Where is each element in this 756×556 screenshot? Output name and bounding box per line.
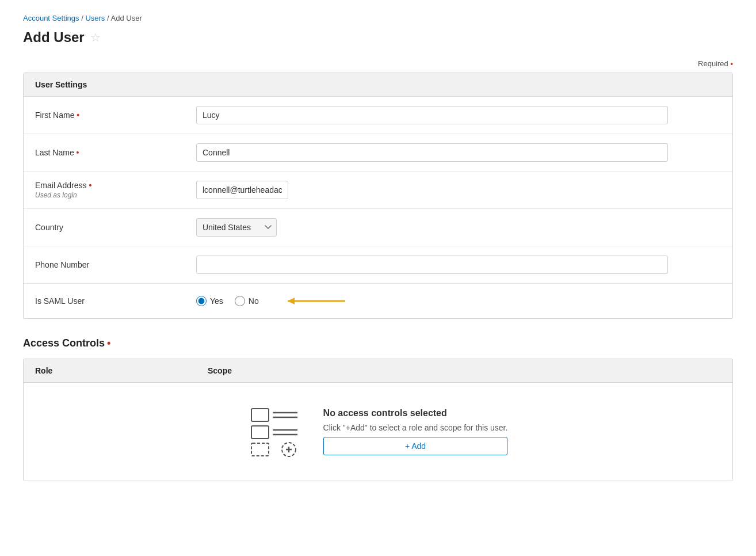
email-label: Email Address • Used as login [35, 181, 196, 199]
country-field: United States Canada United Kingdom Aust… [196, 218, 721, 237]
access-controls-title: Access Controls • [23, 337, 733, 349]
access-table-header: Role Scope [24, 359, 732, 383]
phone-field [196, 256, 721, 274]
access-controls-table: Role Scope [23, 359, 733, 481]
scope-column-header: Scope [208, 366, 721, 375]
phone-label: Phone Number [35, 260, 196, 269]
user-settings-header: User Settings [24, 73, 732, 97]
last-name-label: Last Name • [35, 148, 196, 157]
access-controls-title-text: Access Controls [23, 337, 105, 349]
country-label: Country [35, 223, 196, 232]
no-access-desc: Click "+Add" to select a role and scope … [323, 423, 508, 432]
first-name-label: First Name • [35, 111, 196, 120]
saml-label: Is SAML User [35, 296, 196, 306]
email-required-dot: • [89, 181, 91, 190]
access-controls-required-dot: • [107, 337, 110, 349]
required-note-text: Required [698, 59, 728, 68]
first-name-row: First Name • [24, 97, 732, 134]
last-name-field [196, 143, 721, 162]
role-column-header: Role [35, 366, 208, 375]
last-name-row: Last Name • [24, 134, 732, 172]
saml-no-text: No [249, 296, 259, 306]
saml-yes-label[interactable]: Yes [196, 296, 223, 306]
saml-yes-radio[interactable] [196, 296, 207, 306]
phone-row: Phone Number [24, 246, 732, 284]
empty-list-icon [249, 406, 300, 458]
arrow-icon [282, 294, 351, 308]
first-name-input[interactable] [196, 106, 668, 124]
required-note: Required • [23, 59, 733, 68]
email-field [196, 181, 721, 199]
saml-no-label[interactable]: No [235, 296, 259, 306]
arrow-indicator [282, 294, 351, 308]
access-controls-section: Access Controls • Role Scope [23, 337, 733, 481]
last-name-required-dot: • [77, 148, 79, 157]
empty-state-content: No access controls selected Click "+Add"… [249, 406, 508, 458]
user-settings-card: User Settings First Name • Last Name • E… [23, 73, 733, 319]
country-row: Country United States Canada United King… [24, 209, 732, 246]
saml-field: Yes No [196, 294, 721, 308]
svg-rect-8 [251, 443, 269, 456]
saml-row: Is SAML User Yes No [24, 284, 732, 318]
no-access-title: No access controls selected [323, 408, 508, 418]
breadcrumb-account-settings[interactable]: Account Settings [23, 14, 79, 22]
saml-radio-group: Yes No [196, 294, 721, 308]
email-row: Email Address • Used as login [24, 172, 732, 209]
email-sub-label: Used as login [35, 191, 196, 199]
saml-yes-text: Yes [210, 296, 223, 306]
phone-input[interactable] [196, 256, 668, 274]
page-title: Add User [23, 29, 85, 45]
empty-list-icon-area [249, 406, 300, 458]
empty-text-area: No access controls selected Click "+Add"… [323, 408, 508, 455]
svg-rect-2 [251, 409, 269, 421]
svg-rect-5 [251, 426, 269, 439]
favorite-star-icon[interactable]: ☆ [90, 31, 101, 44]
required-dot: • [730, 59, 733, 68]
first-name-required-dot: • [77, 111, 79, 120]
breadcrumb-users[interactable]: Users [85, 14, 105, 22]
first-name-field [196, 106, 721, 124]
country-select[interactable]: United States Canada United Kingdom Aust… [196, 218, 277, 237]
breadcrumb-current: Add User [111, 14, 142, 22]
saml-no-radio[interactable] [235, 296, 245, 306]
breadcrumb: Account Settings / Users / Add User [23, 14, 733, 22]
email-input[interactable] [196, 181, 288, 199]
svg-marker-1 [288, 298, 295, 304]
add-access-button[interactable]: + Add [323, 437, 508, 455]
page-title-row: Add User ☆ [23, 29, 733, 45]
last-name-input[interactable] [196, 143, 668, 162]
empty-state: No access controls selected Click "+Add"… [24, 383, 732, 481]
